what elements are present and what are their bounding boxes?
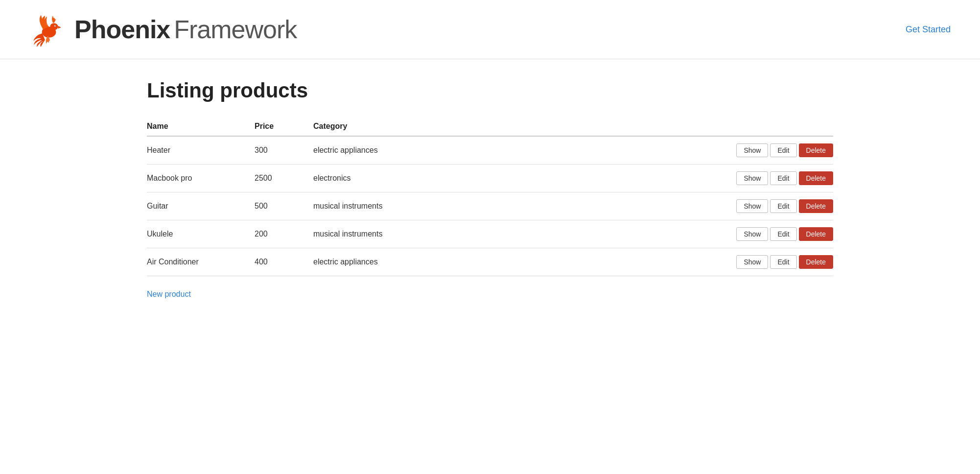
cell-actions: ShowEditDelete xyxy=(540,248,833,276)
svg-point-1 xyxy=(50,23,58,30)
cell-actions: ShowEditDelete xyxy=(540,136,833,165)
table-header: Name Price Category xyxy=(147,117,833,136)
cell-category: musical instruments xyxy=(313,192,540,220)
header-framework-text: Framework xyxy=(174,15,297,44)
cell-name: Heater xyxy=(147,136,255,165)
delete-button[interactable]: Delete xyxy=(799,255,833,269)
col-header-category: Category xyxy=(313,117,540,136)
phoenix-logo-icon xyxy=(29,10,69,49)
col-header-name: Name xyxy=(147,117,255,136)
cell-price: 500 xyxy=(255,192,313,220)
show-button[interactable]: Show xyxy=(736,143,768,157)
show-button[interactable]: Show xyxy=(736,171,768,185)
get-started-link[interactable]: Get Started xyxy=(906,24,951,35)
svg-point-4 xyxy=(55,25,56,26)
cell-name: Air Conditioner xyxy=(147,248,255,276)
cell-name: Guitar xyxy=(147,192,255,220)
action-buttons: ShowEditDelete xyxy=(540,199,833,213)
page-title: Listing products xyxy=(147,79,833,102)
products-table: Name Price Category Heater300electric ap… xyxy=(147,117,833,276)
edit-button[interactable]: Edit xyxy=(770,255,796,269)
cell-category: electric appliances xyxy=(313,248,540,276)
edit-button[interactable]: Edit xyxy=(770,199,796,213)
cell-actions: ShowEditDelete xyxy=(540,192,833,220)
header-title: Phoenix Framework xyxy=(74,15,297,44)
action-buttons: ShowEditDelete xyxy=(540,227,833,241)
show-button[interactable]: Show xyxy=(736,199,768,213)
action-buttons: ShowEditDelete xyxy=(540,171,833,185)
cell-category: musical instruments xyxy=(313,220,540,248)
cell-price: 2500 xyxy=(255,165,313,192)
table-body: Heater300electric appliancesShowEditDele… xyxy=(147,136,833,276)
show-button[interactable]: Show xyxy=(736,255,768,269)
table-row: Ukulele200musical instrumentsShowEditDel… xyxy=(147,220,833,248)
delete-button[interactable]: Delete xyxy=(799,227,833,241)
cell-category: electronics xyxy=(313,165,540,192)
table-header-row: Name Price Category xyxy=(147,117,833,136)
site-header: Phoenix Framework Get Started xyxy=(0,0,980,59)
cell-price: 400 xyxy=(255,248,313,276)
delete-button[interactable]: Delete xyxy=(799,143,833,157)
cell-price: 300 xyxy=(255,136,313,165)
table-row: Guitar500musical instrumentsShowEditDele… xyxy=(147,192,833,220)
col-header-actions xyxy=(540,117,833,136)
cell-actions: ShowEditDelete xyxy=(540,220,833,248)
table-row: Heater300electric appliancesShowEditDele… xyxy=(147,136,833,165)
header-logo-area: Phoenix Framework xyxy=(29,10,297,49)
action-buttons: ShowEditDelete xyxy=(540,255,833,269)
cell-name: Macbook pro xyxy=(147,165,255,192)
delete-button[interactable]: Delete xyxy=(799,199,833,213)
edit-button[interactable]: Edit xyxy=(770,143,796,157)
cell-name: Ukulele xyxy=(147,220,255,248)
header-phoenix-text: Phoenix xyxy=(74,15,170,44)
cell-category: electric appliances xyxy=(313,136,540,165)
main-content: Listing products Name Price Category Hea… xyxy=(0,59,980,318)
table-row: Air Conditioner400electric appliancesSho… xyxy=(147,248,833,276)
cell-actions: ShowEditDelete xyxy=(540,165,833,192)
col-header-price: Price xyxy=(255,117,313,136)
edit-button[interactable]: Edit xyxy=(770,171,796,185)
delete-button[interactable]: Delete xyxy=(799,171,833,185)
edit-button[interactable]: Edit xyxy=(770,227,796,241)
table-row: Macbook pro2500electronicsShowEditDelete xyxy=(147,165,833,192)
new-product-link[interactable]: New product xyxy=(147,290,191,299)
cell-price: 200 xyxy=(255,220,313,248)
action-buttons: ShowEditDelete xyxy=(540,143,833,157)
show-button[interactable]: Show xyxy=(736,227,768,241)
svg-marker-2 xyxy=(58,26,61,29)
